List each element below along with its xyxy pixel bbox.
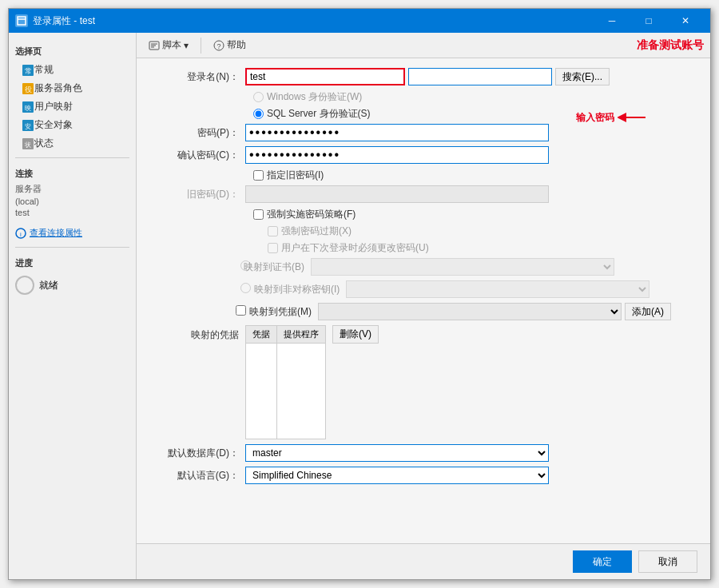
- help-icon: ?: [213, 40, 224, 51]
- enforce-expiry-label: 强制密码过期(X): [281, 224, 352, 238]
- window-body: 选择页 常 常规 役 服务器角色 映 用户映射 安 安全对象 状 状态: [9, 33, 710, 579]
- credential-table-section: 映射的凭据 凭据 提供程序: [149, 325, 697, 439]
- sidebar-item-common[interactable]: 常 常规: [9, 61, 136, 79]
- enforce-expiry-row: 强制密码过期(X): [149, 224, 697, 238]
- credential-cell-2: [277, 344, 326, 439]
- help-label: 帮助: [227, 38, 246, 52]
- specify-old-password-row: 指定旧密码(I): [149, 169, 697, 182]
- confirm-password-row: 确认密码(C)：: [149, 146, 697, 164]
- view-connection-link[interactable]: i 查看连接属性: [9, 224, 136, 242]
- must-change-label: 用户在下次登录时必须更改密码(U): [281, 241, 429, 255]
- script-icon: [149, 40, 160, 51]
- user-mapping-icon: 映: [22, 101, 34, 113]
- sidebar-item-securables[interactable]: 安 安全对象: [9, 116, 136, 134]
- delete-section: 删除(V): [332, 325, 379, 344]
- enforce-expiry-checkbox[interactable]: [268, 226, 278, 236]
- window-title: 登录属性 - test: [33, 14, 594, 28]
- password-label: 密码(P)：: [149, 126, 245, 140]
- connection-link-icon: i: [15, 228, 26, 239]
- credential-table-label: 映射的凭据: [149, 325, 245, 342]
- sidebar-item-status[interactable]: 状 状态: [9, 134, 136, 153]
- sidebar-section-title: 选择页: [9, 42, 136, 61]
- specify-old-checkbox[interactable]: [253, 170, 264, 181]
- map-asymmetric-label: 映射到非对称密钥(I): [254, 283, 346, 296]
- default-lang-select[interactable]: Simplified Chinese: [245, 467, 549, 484]
- progress-title: 进度: [15, 257, 129, 269]
- map-certificate-select[interactable]: [311, 258, 614, 276]
- credential-table-wrapper: 凭据 提供程序: [245, 325, 379, 439]
- sidebar-item-user-mapping[interactable]: 映 用户映射: [9, 97, 136, 116]
- old-password-row: 旧密码(D)：: [149, 185, 697, 203]
- cancel-button[interactable]: 取消: [638, 550, 697, 573]
- sidebar: 选择页 常 常规 役 服务器角色 映 用户映射 安 安全对象 状 状态: [9, 33, 137, 579]
- connection-section: 连接 服务器 (local) test: [9, 163, 136, 224]
- map-certificate-label: 映射到证书(B): [244, 260, 311, 274]
- windows-auth-radio[interactable]: [253, 92, 264, 102]
- close-button[interactable]: ✕: [667, 9, 704, 33]
- old-password-label: 旧密码(D)：: [149, 188, 245, 201]
- sidebar-item-securables-label: 安全对象: [34, 118, 73, 132]
- map-credential-select[interactable]: [318, 303, 622, 320]
- default-db-label: 默认数据库(D)：: [149, 447, 245, 460]
- sql-auth-label: SQL Server 身份验证(S): [267, 107, 371, 121]
- ok-button[interactable]: 确定: [573, 550, 632, 573]
- status-icon: 状: [22, 137, 34, 150]
- svg-text:?: ?: [216, 42, 220, 50]
- sidebar-item-server-role[interactable]: 役 服务器角色: [9, 79, 136, 97]
- delete-button[interactable]: 删除(V): [332, 325, 379, 344]
- login-name-input[interactable]: [245, 68, 405, 85]
- windows-auth-row: Windows 身份验证(W): [149, 90, 697, 104]
- confirm-password-input[interactable]: [245, 146, 549, 164]
- enforce-policy-row: 强制实施密码策略(F): [149, 208, 697, 221]
- confirm-password-label: 确认密码(C)：: [149, 149, 245, 162]
- toolbar: 脚本 ▾ ? 帮助 准备测试账号: [137, 33, 710, 58]
- credential-table-container: 凭据 提供程序: [245, 325, 326, 439]
- default-lang-row: 默认语言(G)： Simplified Chinese: [149, 467, 697, 484]
- form-area: 登录名(N)： 搜索(E)... Windows 身份验证(W) SQL Ser…: [137, 58, 710, 543]
- add-credential-button[interactable]: 添加(A): [625, 303, 671, 320]
- securables-icon: 安: [22, 119, 34, 132]
- common-icon: 常: [22, 64, 34, 77]
- login-name-row: 登录名(N)： 搜索(E)...: [149, 68, 697, 85]
- map-asymmetric-radio[interactable]: [240, 283, 251, 293]
- default-db-select[interactable]: master: [245, 444, 549, 462]
- script-button[interactable]: 脚本 ▾: [143, 36, 194, 54]
- annotation-title: 准备测试账号: [637, 38, 704, 53]
- window-icon: [15, 14, 28, 27]
- maximize-button[interactable]: □: [630, 9, 667, 33]
- map-credential-checkbox[interactable]: [236, 305, 246, 316]
- server-role-icon: 役: [22, 82, 34, 95]
- credential-col1-header: 凭据: [246, 326, 277, 344]
- password-input[interactable]: [245, 124, 549, 141]
- connection-section-title: 连接: [15, 168, 129, 180]
- credential-table: 凭据 提供程序: [245, 325, 326, 439]
- main-window: 登录属性 - test ─ □ ✕ 选择页 常 常规 役 服务器角色 映 用户映…: [8, 8, 711, 580]
- minimize-button[interactable]: ─: [594, 9, 630, 33]
- progress-circle-icon: [15, 276, 34, 295]
- title-bar: 登录属性 - test ─ □ ✕: [9, 9, 710, 33]
- connection-label: test: [15, 208, 129, 217]
- map-asymmetric-select[interactable]: [346, 280, 649, 298]
- specify-old-label: 指定旧密码(I): [267, 169, 324, 182]
- default-db-row: 默认数据库(D)： master: [149, 444, 697, 462]
- server-label: 服务器: [15, 183, 129, 195]
- help-button[interactable]: ? 帮助: [208, 36, 252, 54]
- svg-text:i: i: [20, 231, 22, 238]
- svg-text:役: 役: [25, 85, 32, 93]
- search-button[interactable]: 搜索(E)...: [555, 68, 610, 85]
- login-name-label: 登录名(N)：: [149, 70, 245, 84]
- sidebar-divider-2: [15, 247, 129, 248]
- enforce-policy-checkbox[interactable]: [253, 209, 264, 220]
- must-change-row: 用户在下次登录时必须更改密码(U): [149, 241, 697, 255]
- svg-text:状: 状: [24, 141, 31, 149]
- map-credential-label: 映射到凭据(M): [249, 305, 318, 319]
- default-lang-label: 默认语言(G)：: [149, 469, 245, 483]
- map-asymmetric-row: 映射到非对称密钥(I): [149, 280, 697, 298]
- credential-col2-header: 提供程序: [277, 326, 326, 344]
- sql-auth-radio[interactable]: [253, 109, 264, 119]
- sidebar-item-user-mapping-label: 用户映射: [34, 100, 73, 113]
- bottom-bar: 确定 取消: [137, 543, 710, 579]
- password-annotation: 输入密码: [576, 109, 649, 125]
- sidebar-divider-1: [15, 157, 129, 158]
- must-change-checkbox[interactable]: [268, 243, 278, 253]
